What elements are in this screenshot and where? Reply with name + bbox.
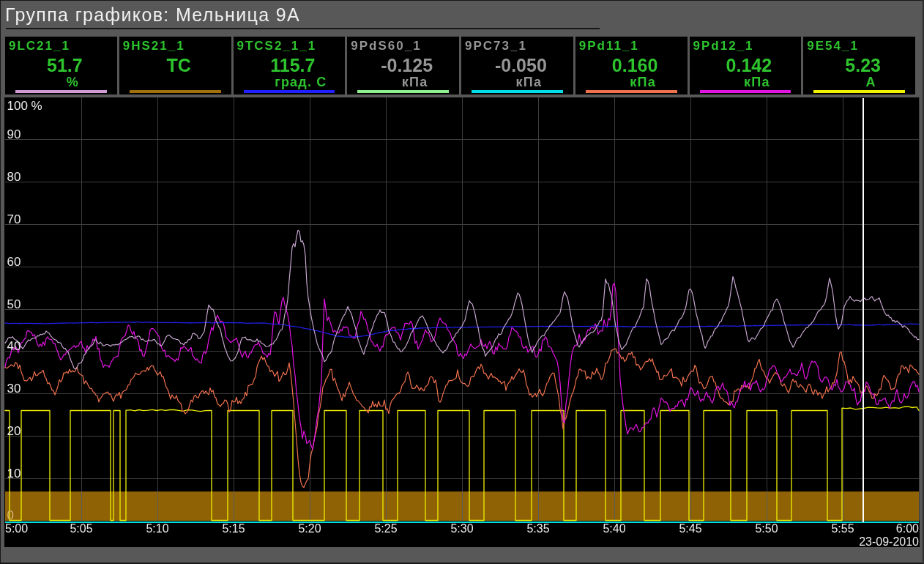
svg-text:5:50: 5:50 <box>755 522 778 535</box>
svg-text:30: 30 <box>7 382 21 396</box>
svg-text:5:05: 5:05 <box>70 522 92 535</box>
svg-text:5:30: 5:30 <box>450 522 473 535</box>
svg-text:5:45: 5:45 <box>679 522 701 535</box>
svg-text:5:00: 5:00 <box>5 522 28 535</box>
svg-text:80: 80 <box>7 170 21 184</box>
svg-text:6:00: 6:00 <box>896 522 919 535</box>
svg-text:20: 20 <box>7 424 21 438</box>
svg-text:23-09-2010: 23-09-2010 <box>859 535 919 548</box>
svg-text:10: 10 <box>7 467 21 480</box>
svg-text:100 %: 100 % <box>7 99 42 113</box>
svg-text:0: 0 <box>7 508 14 522</box>
svg-text:5:40: 5:40 <box>603 522 625 535</box>
svg-text:70: 70 <box>7 212 21 226</box>
svg-text:90: 90 <box>7 127 21 141</box>
svg-text:5:10: 5:10 <box>146 522 168 535</box>
svg-text:60: 60 <box>7 255 21 269</box>
svg-text:5:25: 5:25 <box>374 522 397 535</box>
svg-text:5:15: 5:15 <box>222 522 245 535</box>
svg-text:40: 40 <box>7 339 21 353</box>
svg-text:5:55: 5:55 <box>831 522 854 535</box>
svg-text:5:35: 5:35 <box>526 522 549 535</box>
svg-text:5:20: 5:20 <box>298 522 321 535</box>
svg-text:50: 50 <box>7 297 21 311</box>
